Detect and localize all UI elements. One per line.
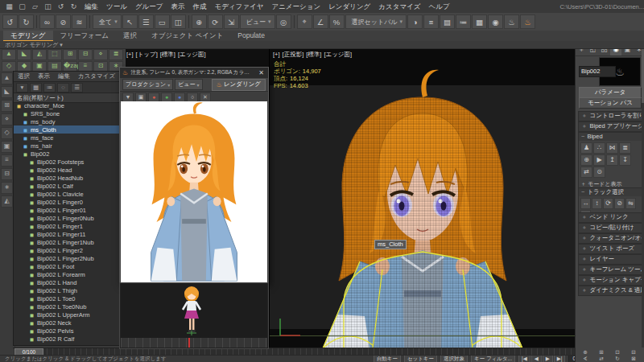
motion-paths-button[interactable]: モーション パス — [579, 97, 642, 109]
explorer-row[interactable]: ◼ ms_hair — [14, 142, 123, 150]
toolbar-item[interactable]: ∠ — [313, 14, 328, 29]
biped-mode-button[interactable]: ⋈ — [606, 142, 618, 154]
render-toolbar-icon[interactable]: ○ — [187, 93, 198, 102]
explorer-row[interactable]: ◼ Bip002 L Finger0Nub — [14, 214, 123, 222]
quick-access-icon[interactable]: ↻ — [68, 2, 80, 12]
menu-item[interactable]: レンダリング — [324, 1, 374, 13]
selected-filter-dropdown[interactable]: 選択対象 — [440, 355, 468, 362]
viewport-nav-icon[interactable]: ⇄ — [593, 356, 609, 362]
viewport-character-mesh[interactable] — [270, 49, 576, 348]
render-toolbar-icon[interactable]: ● — [174, 93, 185, 102]
viewport-nav-icon[interactable]: ⊡ — [609, 349, 625, 356]
set-key-button[interactable]: セットキー — [404, 355, 437, 362]
toolbar-item[interactable]: 選択セットバル — [345, 14, 407, 29]
rollout-layers[interactable]: ＋レイヤー — [578, 254, 644, 265]
ribbon-tool-icon[interactable]: ◣ — [17, 49, 31, 60]
rollout-dynamics-adaptation[interactable]: ＋ダイナミクス & 適応 — [578, 286, 644, 296]
toolbar-item[interactable]: ↖ — [122, 14, 138, 29]
modify-tool-icon[interactable]: ≡ — [1, 154, 13, 167]
modify-tool-icon[interactable]: ▣ — [1, 141, 13, 153]
modify-tool-icon[interactable]: ⊞ — [1, 100, 13, 112]
explorer-row[interactable]: ◼ Bip002 L Finger1 — [14, 222, 123, 230]
ribbon-tool-icon[interactable]: ⊟ — [78, 49, 93, 60]
toolbar-item[interactable]: ≔ — [456, 14, 471, 29]
toolbar-item[interactable]: ↺ — [2, 14, 18, 29]
rollout-motion-capture[interactable]: ＋モーション キャプチャ — [578, 275, 644, 286]
modify-tool-icon[interactable]: ◣ — [1, 86, 13, 98]
modify-tool-icon[interactable]: ◇ — [1, 127, 13, 139]
toolbar-item[interactable]: ⟳ — [208, 14, 223, 29]
track-select-button[interactable]: ⇋ — [625, 198, 636, 209]
toolbar-item[interactable]: ◫ — [171, 14, 186, 29]
explorer-row[interactable]: ◼ ms_face — [14, 134, 123, 142]
ribbon-tab[interactable]: Populate — [230, 31, 272, 41]
production-dropdown[interactable]: プロダクション — [122, 79, 173, 90]
viewport-label-segment[interactable]: [+] — [126, 51, 134, 59]
menu-item[interactable]: ツール — [102, 1, 131, 13]
playback-button[interactable]: ◀ — [531, 355, 542, 362]
toolbar-item[interactable] — [294, 15, 295, 28]
explorer-row[interactable]: ◼ Bip002 L Calf — [14, 182, 123, 190]
explorer-tool-icon[interactable]: ☰ — [71, 83, 83, 93]
auto-key-button[interactable]: 自動キー — [374, 355, 401, 362]
explorer-row[interactable]: ◼ Bip002 Neck — [14, 319, 123, 327]
explorer-row[interactable]: ◼ ms_Cloth — [14, 125, 123, 134]
menu-item[interactable]: ヘルプ — [425, 1, 454, 13]
toolbar-item[interactable]: ≋ — [72, 14, 87, 29]
viewport-label-segment[interactable]: [トップ] — [136, 51, 158, 59]
menu-item[interactable]: 作成 — [189, 1, 211, 13]
explorer-row[interactable]: ◼ Bip002 L Toe0 — [14, 294, 123, 302]
viewport-nav-icon[interactable]: ⊕ — [577, 349, 593, 356]
render-button[interactable]: ♨レンダリング — [212, 79, 266, 91]
menu-item[interactable]: アニメーション — [267, 1, 324, 13]
toolbar-item[interactable]: ⊘ — [56, 14, 71, 29]
toolbar-item[interactable]: ⇲ — [224, 14, 239, 29]
explorer-row[interactable]: ◼ Bip002 L Clavicle — [14, 190, 123, 198]
viewport-label-segment[interactable]: [エッジ面] — [178, 51, 206, 59]
ribbon-tool-icon[interactable]: ▲ — [2, 49, 16, 60]
explorer-row[interactable]: ◼ Bip002 L Hand — [14, 278, 123, 286]
quick-access-icon[interactable]: ↺ — [55, 2, 67, 12]
ribbon-tool-icon[interactable]: ≣ — [109, 49, 123, 60]
render-toolbar-icon[interactable]: ▣ — [135, 93, 147, 102]
biped-mode-button[interactable]: ↧ — [619, 154, 631, 166]
explorer-row[interactable]: ◼ Bip002 L Thigh — [14, 286, 123, 294]
toolbar-item[interactable] — [36, 15, 37, 28]
track-select-button[interactable]: ⟳ — [603, 198, 613, 209]
toolbar-item[interactable]: % — [329, 14, 345, 29]
track-select-button[interactable]: ↔ — [580, 198, 591, 209]
explorer-row[interactable]: ◼ Bip002 Footsteps — [14, 158, 123, 166]
rollout-bend-links[interactable]: ＋ベンド リンク — [578, 212, 644, 223]
explorer-row[interactable]: ◼ Bip002 Pelvis — [14, 327, 123, 335]
explorer-row[interactable]: ◼ character_Moe — [14, 101, 123, 109]
explorer-row[interactable]: ◼ Bip002 L Finger2 — [14, 246, 123, 254]
rollout-twist-poses[interactable]: ＋ツイスト ポーズ — [578, 244, 644, 254]
rollout-keyframing-tools[interactable]: ＋キーフレーム ツール — [578, 265, 644, 275]
object-name-field[interactable]: Bip002 — [579, 66, 616, 77]
explorer-row[interactable]: ◼ Bip002 L Toe0Nub — [14, 302, 123, 311]
biped-mode-button[interactable]: ⊕ — [580, 154, 592, 166]
ribbon-tab[interactable]: フリーフォーム — [53, 31, 117, 41]
biped-mode-button[interactable]: ⇄ — [580, 167, 592, 178]
toolbar-item[interactable] — [188, 15, 189, 28]
explorer-tool-icon[interactable]: ▦ — [30, 83, 42, 93]
toolbar-item[interactable]: ビュー — [240, 14, 275, 29]
quick-access-icon[interactable]: ▱ — [29, 2, 41, 12]
ribbon-tool-icon[interactable]: ⋄ — [93, 49, 108, 60]
modify-tool-icon[interactable]: ◭ — [1, 195, 13, 208]
menu-item[interactable]: カスタマイズ — [374, 1, 424, 13]
explorer-row[interactable]: ◼ Bip002 L Forearm — [14, 270, 123, 278]
quick-access-icon[interactable]: ◫ — [42, 2, 54, 12]
track-select-button[interactable]: ↕ — [592, 198, 602, 209]
viewport-label-segment[interactable]: [エッジ面] — [324, 51, 352, 59]
rollout-biped-apps[interactable]: ＋Biped アプリケーション — [578, 121, 644, 132]
explorer-tool-icon[interactable]: ▾ — [16, 83, 28, 93]
explorer-row[interactable]: ◼ SRS_bone — [14, 109, 123, 117]
viewport-main[interactable]: [+][正投影][標準][エッジ面] 合計ポリゴン:14,907頂点:16,12… — [269, 48, 576, 349]
explorer-row[interactable]: ◼ Bip002 L Foot — [14, 262, 123, 270]
quick-access-icon[interactable]: ▢ — [16, 2, 28, 12]
explorer-tool-icon[interactable]: ≔ — [43, 83, 56, 93]
toolbar-item[interactable]: ◑ — [407, 14, 423, 29]
toolbar-item[interactable]: ▭ — [155, 14, 170, 29]
menu-item[interactable]: グループ — [131, 1, 167, 13]
